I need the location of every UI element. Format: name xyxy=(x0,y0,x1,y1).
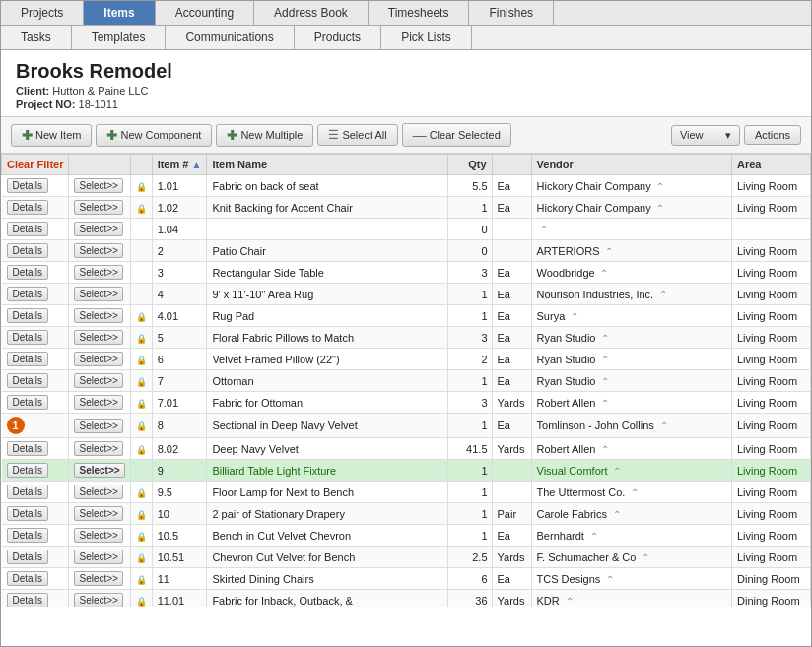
tab-address-book[interactable]: Address Book xyxy=(254,1,369,25)
details-button[interactable]: Details xyxy=(7,395,49,410)
lock-cell: 🔒 xyxy=(130,305,152,327)
details-button[interactable]: Details xyxy=(7,441,49,456)
details-button[interactable]: Details xyxy=(7,593,49,607)
select-button[interactable]: Select>> xyxy=(74,352,122,366)
details-button[interactable]: Details xyxy=(7,485,49,499)
details-button[interactable]: Details xyxy=(7,178,49,193)
select-button[interactable]: Select>> xyxy=(74,243,122,258)
select-button[interactable]: Select>> xyxy=(74,593,122,607)
col-header-item[interactable]: Item # ▲ xyxy=(152,155,207,175)
chevron-icon[interactable]: ⌃ xyxy=(568,311,578,322)
details-cell: Details xyxy=(2,460,69,482)
actions-button[interactable]: Actions xyxy=(744,125,801,145)
project-client: Client: Hutton & Paine LLC xyxy=(16,85,796,97)
tab-templates[interactable]: Templates xyxy=(72,26,167,49)
tab-projects[interactable]: Projects xyxy=(1,1,84,25)
chevron-icon[interactable]: ⌃ xyxy=(598,268,609,279)
select-button[interactable]: Select>> xyxy=(74,419,122,433)
item-number-cell: 2 xyxy=(152,240,207,262)
new-multiple-button[interactable]: ✚ New Multiple xyxy=(216,124,313,147)
select-button[interactable]: Select>> xyxy=(74,571,122,586)
chevron-icon[interactable]: ⌃ xyxy=(563,596,574,607)
details-button[interactable]: Details xyxy=(7,463,49,478)
details-button[interactable]: Details xyxy=(7,222,49,236)
qty-cell: 2.5 xyxy=(447,547,492,568)
select-all-button[interactable]: ☰ Select All xyxy=(317,124,397,146)
details-button[interactable]: Details xyxy=(7,330,49,345)
select-button[interactable]: Select>> xyxy=(74,200,122,215)
details-button[interactable]: Details xyxy=(7,243,49,258)
unit-cell: Ea xyxy=(492,568,531,590)
chevron-icon[interactable]: ⌃ xyxy=(598,355,609,365)
details-button[interactable]: Details xyxy=(7,506,49,521)
select-button[interactable]: Select>> xyxy=(74,178,122,193)
select-cell: Select>> xyxy=(69,590,130,608)
details-button[interactable]: Details xyxy=(7,352,49,366)
unit-cell xyxy=(492,240,531,262)
tab-timesheets[interactable]: Timesheets xyxy=(369,1,470,25)
clear-selected-button[interactable]: — Clear Selected xyxy=(402,123,511,147)
chevron-icon[interactable]: ⌃ xyxy=(598,376,609,387)
details-button[interactable]: Details xyxy=(7,373,49,388)
tab-products[interactable]: Products xyxy=(295,26,381,49)
select-button[interactable]: Select>> xyxy=(74,308,122,323)
tab-communications[interactable]: Communications xyxy=(166,26,294,49)
select-button[interactable]: Select>> xyxy=(74,287,122,301)
chevron-icon[interactable]: ⌃ xyxy=(657,421,668,431)
details-button[interactable]: Details xyxy=(7,571,49,586)
details-button[interactable]: Details xyxy=(7,528,49,543)
select-button[interactable]: Select>> xyxy=(74,506,122,521)
qty-cell: 1 xyxy=(447,197,492,219)
chevron-icon[interactable]: ⌃ xyxy=(654,203,665,214)
lock-cell: 🔒 xyxy=(130,392,152,414)
qty-cell: 1 xyxy=(447,503,492,525)
new-component-button[interactable]: ✚ New Component xyxy=(96,124,212,147)
details-button[interactable]: Details xyxy=(7,308,49,323)
select-cell: Select>> xyxy=(69,460,130,482)
details-button[interactable]: Details xyxy=(7,200,49,215)
chevron-icon[interactable]: ⌃ xyxy=(610,509,621,520)
chevron-icon[interactable]: ⌃ xyxy=(656,290,667,300)
chevron-icon[interactable]: ⌃ xyxy=(540,225,548,235)
vendor-cell: Surya ⌃ xyxy=(531,305,731,327)
tab-items[interactable]: Items xyxy=(84,1,155,25)
tab-tasks[interactable]: Tasks xyxy=(1,26,72,49)
chevron-icon[interactable]: ⌃ xyxy=(610,466,621,477)
unit-cell: Ea xyxy=(492,305,531,327)
details-button[interactable]: Details xyxy=(7,265,49,280)
select-button[interactable]: Select>> xyxy=(74,550,122,564)
select-button[interactable]: Select>> xyxy=(74,463,124,478)
col-header-filter[interactable]: Clear Filter xyxy=(2,155,69,175)
details-cell: Details xyxy=(2,349,69,370)
select-button[interactable]: Select>> xyxy=(74,222,122,236)
chevron-icon[interactable]: ⌃ xyxy=(603,246,614,257)
select-button[interactable]: Select>> xyxy=(74,485,122,499)
select-button[interactable]: Select>> xyxy=(74,265,122,280)
select-button[interactable]: Select>> xyxy=(74,330,122,345)
chevron-icon[interactable]: ⌃ xyxy=(603,574,614,585)
view-dropdown[interactable]: View ▾ xyxy=(671,125,740,146)
select-button[interactable]: Select>> xyxy=(74,373,122,388)
chevron-icon[interactable]: ⌃ xyxy=(598,398,609,409)
chevron-icon[interactable]: ⌃ xyxy=(598,444,609,455)
select-button[interactable]: Select>> xyxy=(74,395,122,410)
chevron-icon[interactable]: ⌃ xyxy=(587,531,598,542)
tab-finishes[interactable]: Finishes xyxy=(469,1,554,25)
vendor-cell: Robert Allen ⌃ xyxy=(531,438,731,460)
qty-cell: 6 xyxy=(447,568,492,590)
details-button[interactable]: Details xyxy=(7,550,49,564)
area-cell: Living Room xyxy=(732,175,811,197)
select-button[interactable]: Select>> xyxy=(74,441,122,456)
chevron-icon[interactable]: ⌃ xyxy=(639,552,649,563)
vendor-cell: TCS Designs ⌃ xyxy=(531,568,731,590)
chevron-icon[interactable]: ⌃ xyxy=(628,487,639,498)
tab-accounting[interactable]: Accounting xyxy=(156,1,254,25)
chevron-icon[interactable]: ⌃ xyxy=(654,181,665,192)
lock-icon: 🔒 xyxy=(136,377,147,387)
select-button[interactable]: Select>> xyxy=(74,528,122,543)
new-item-button[interactable]: ✚ New Item xyxy=(11,124,92,147)
chevron-icon[interactable]: ⌃ xyxy=(598,333,609,344)
tab-pick-lists[interactable]: Pick Lists xyxy=(381,26,472,49)
second-nav: Tasks Templates Communications Products … xyxy=(1,26,811,50)
details-button[interactable]: Details xyxy=(7,287,49,301)
